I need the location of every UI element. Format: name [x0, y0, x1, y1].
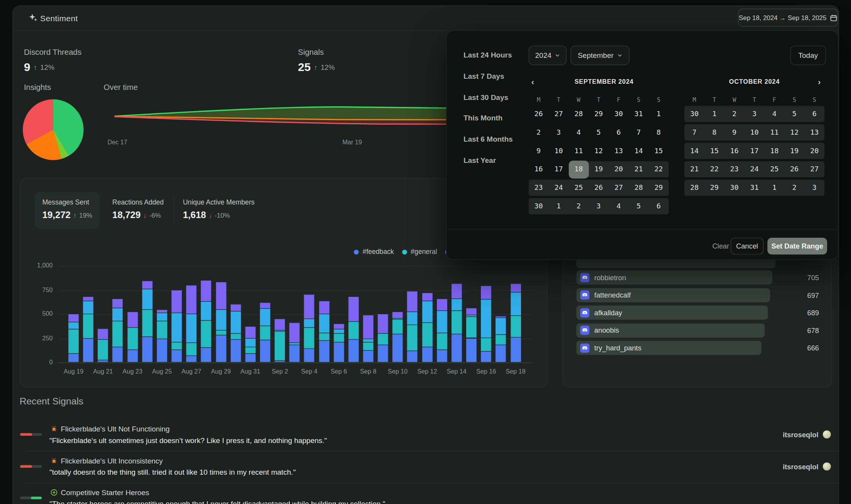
- day-cell[interactable]: 21: [634, 165, 643, 173]
- day-cell[interactable]: 30: [614, 110, 623, 118]
- day-cell[interactable]: 27: [554, 110, 563, 118]
- leaderboard-bar[interactable]: robbietron: [576, 270, 772, 284]
- day-cell[interactable]: 30: [535, 202, 543, 210]
- day-cell[interactable]: 29: [655, 183, 663, 191]
- day-cell[interactable]: 3: [812, 183, 817, 191]
- day-cell[interactable]: 20: [810, 147, 819, 155]
- day-cell[interactable]: 15: [655, 147, 663, 155]
- day-cell[interactable]: 28: [690, 183, 699, 191]
- day-cell[interactable]: 1: [557, 202, 561, 210]
- day-cell[interactable]: 22: [655, 165, 663, 173]
- day-cell[interactable]: 1: [712, 110, 717, 118]
- day-cell[interactable]: 27: [614, 183, 623, 191]
- day-cell[interactable]: 24: [750, 165, 759, 173]
- day-cell[interactable]: 9: [536, 147, 541, 155]
- quick-range-last-24-hours[interactable]: Last 24 Hours: [464, 51, 512, 59]
- day-cell[interactable]: 10: [554, 147, 563, 155]
- day-cell[interactable]: 23: [535, 183, 543, 191]
- day-cell[interactable]: 18: [770, 147, 779, 155]
- quick-range-last-7-days[interactable]: Last 7 Days: [464, 72, 504, 80]
- day-cell[interactable]: 4: [772, 110, 777, 118]
- day-cell[interactable]: 14: [634, 147, 643, 155]
- day-cell[interactable]: 30: [690, 110, 699, 118]
- day-cell[interactable]: 28: [574, 110, 583, 118]
- day-cell[interactable]: 30: [730, 183, 739, 191]
- day-cell[interactable]: 14: [690, 147, 699, 155]
- day-cell[interactable]: 22: [710, 165, 719, 173]
- day-cell[interactable]: 12: [790, 128, 799, 136]
- year-select[interactable]: 2024: [529, 46, 567, 65]
- day-cell[interactable]: 3: [557, 128, 561, 136]
- day-cell[interactable]: 3: [752, 110, 756, 118]
- day-cell[interactable]: 6: [616, 128, 621, 136]
- day-cell[interactable]: 8: [656, 128, 661, 136]
- quick-range-last-6-months[interactable]: Last 6 Months: [464, 135, 513, 143]
- day-cell[interactable]: 16: [535, 165, 543, 173]
- day-cell[interactable]: 11: [574, 147, 583, 155]
- day-cell[interactable]: 26: [594, 183, 603, 191]
- day-cell[interactable]: 5: [597, 128, 601, 136]
- leaderboard-bar[interactable]: try_hard_pants: [576, 341, 761, 355]
- leaderboard-bar[interactable]: fattenedcalf: [576, 288, 770, 302]
- day-cell[interactable]: 16: [730, 147, 739, 155]
- day-cell[interactable]: 4: [616, 202, 621, 210]
- day-cell[interactable]: 19: [594, 165, 603, 173]
- day-cell[interactable]: 1: [656, 110, 661, 118]
- day-cell[interactable]: 21: [690, 165, 699, 173]
- day-cell[interactable]: 2: [577, 202, 581, 210]
- day-cell[interactable]: 29: [710, 183, 719, 191]
- day-cell[interactable]: 3: [597, 202, 601, 210]
- bar-segment: [304, 349, 315, 362]
- day-cell[interactable]: 10: [750, 128, 759, 136]
- today-button[interactable]: Today: [790, 46, 826, 65]
- day-cell[interactable]: 25: [770, 165, 779, 173]
- day-cell[interactable]: 12: [594, 147, 603, 155]
- day-cell[interactable]: 25: [574, 183, 583, 191]
- bar-segment: [171, 290, 182, 313]
- quick-range-last-30-days[interactable]: Last 30 Days: [464, 93, 508, 101]
- next-month-chevron[interactable]: ›: [818, 77, 821, 86]
- day-cell[interactable]: 19: [790, 147, 799, 155]
- day-cell[interactable]: 20: [614, 165, 623, 173]
- month-select[interactable]: September: [570, 46, 629, 65]
- day-cell[interactable]: 5: [636, 202, 641, 210]
- day-cell[interactable]: 29: [594, 110, 603, 118]
- day-cell[interactable]: 9: [732, 128, 736, 136]
- quick-range-last-year[interactable]: Last Year: [464, 156, 496, 164]
- day-cell[interactable]: 2: [792, 183, 797, 191]
- day-cell[interactable]: 7: [692, 128, 697, 136]
- day-cell[interactable]: 18: [574, 165, 583, 173]
- set-date-range-button[interactable]: Set Date Range: [767, 238, 827, 255]
- day-cell[interactable]: 15: [710, 147, 719, 155]
- day-cell[interactable]: 31: [634, 110, 643, 118]
- bar-segment: [68, 329, 79, 353]
- day-cell[interactable]: 8: [712, 128, 717, 136]
- day-cell[interactable]: 7: [636, 128, 641, 136]
- day-cell[interactable]: 5: [792, 110, 797, 118]
- day-cell[interactable]: 17: [554, 165, 563, 173]
- day-cell[interactable]: 26: [790, 165, 799, 173]
- day-cell[interactable]: 6: [812, 110, 817, 118]
- day-cell[interactable]: 6: [656, 202, 661, 210]
- day-cell[interactable]: 27: [810, 165, 819, 173]
- cancel-button[interactable]: Cancel: [731, 238, 764, 255]
- day-cell[interactable]: 1: [772, 183, 777, 191]
- day-cell[interactable]: 4: [577, 128, 581, 136]
- signal-quote: "Flickerblade’s ult sometimes just doesn…: [49, 436, 327, 445]
- day-cell[interactable]: 17: [750, 147, 759, 155]
- day-cell[interactable]: 13: [810, 128, 819, 136]
- date-range-button[interactable]: Sep 18, 2024 → Sep 18, 2025: [738, 9, 838, 27]
- prev-month-chevron[interactable]: ‹: [531, 77, 534, 86]
- day-cell[interactable]: 28: [634, 183, 643, 191]
- day-cell[interactable]: 23: [730, 165, 739, 173]
- day-cell[interactable]: 2: [732, 110, 736, 118]
- day-cell[interactable]: 24: [554, 183, 563, 191]
- quick-range-this-month[interactable]: This Month: [464, 114, 502, 122]
- day-cell[interactable]: 13: [614, 147, 623, 155]
- day-cell[interactable]: 31: [750, 183, 759, 191]
- day-cell[interactable]: 2: [536, 128, 541, 136]
- day-cell[interactable]: 11: [770, 128, 779, 136]
- day-cell[interactable]: 26: [535, 110, 543, 118]
- leaderboard-bar[interactable]: anoobis: [576, 323, 765, 338]
- leaderboard-bar[interactable]: afkallday: [576, 306, 768, 320]
